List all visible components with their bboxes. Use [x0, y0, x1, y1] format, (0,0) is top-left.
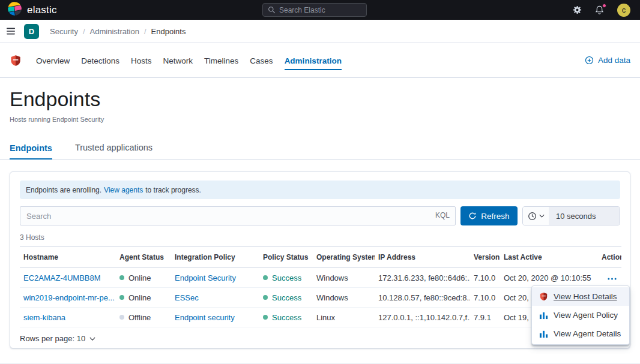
- refresh-interval-button[interactable]: [523, 207, 549, 225]
- nav-tab-detections[interactable]: Detections: [81, 50, 119, 70]
- breadcrumb: Security / Administration / Endpoints: [50, 27, 186, 36]
- interval-label: 10 seconds: [556, 212, 596, 221]
- refresh-interval-control: 10 seconds: [522, 206, 620, 225]
- bottom-divider: [0, 363, 640, 363]
- agent-status-text: Online: [128, 273, 151, 282]
- integration-policy-link[interactable]: Endpoint Security: [175, 273, 236, 282]
- tab-trusted-applications[interactable]: Trusted applications: [75, 143, 152, 159]
- nav-tab-timelines[interactable]: Timelines: [204, 50, 238, 70]
- col-agent-status[interactable]: Agent Status: [116, 247, 171, 268]
- breadcrumb-bar: D Security / Administration / Endpoints: [0, 20, 640, 43]
- notifications-button[interactable]: [595, 5, 604, 14]
- col-hostname[interactable]: Hostname: [20, 247, 116, 268]
- notification-badge: [602, 4, 606, 8]
- security-shield-icon: [539, 292, 549, 301]
- menu-item-label: View Host Details: [554, 292, 617, 301]
- ellipsis-icon: [608, 278, 617, 280]
- endpoints-search-input[interactable]: [20, 206, 456, 225]
- enrolling-callout: Endpoints are enrolling. View agents to …: [20, 181, 620, 199]
- refresh-label: Refresh: [481, 212, 509, 221]
- policy-status-text: Success: [272, 293, 301, 302]
- settings-button[interactable]: [573, 5, 582, 14]
- avatar-initial: c: [622, 5, 626, 14]
- offline-status-dot: [119, 315, 124, 320]
- table-controls: KQL Refresh: [20, 206, 620, 225]
- endpoints-search: KQL: [20, 206, 456, 225]
- hostname-link[interactable]: EC2AMAZ-4UMBB8M: [23, 273, 101, 282]
- chart-bars-icon: [539, 311, 549, 320]
- col-ip-address[interactable]: IP Address: [375, 247, 470, 268]
- nav-tab-administration[interactable]: Administration: [285, 50, 342, 70]
- search-icon: [268, 6, 276, 14]
- hostname-link[interactable]: siem-kibana: [23, 313, 65, 322]
- integration-policy-link[interactable]: Endpoint security: [175, 313, 235, 322]
- refresh-interval-value[interactable]: 10 seconds: [549, 207, 620, 225]
- user-avatar[interactable]: c: [617, 4, 630, 17]
- kql-language-button[interactable]: KQL: [435, 211, 450, 219]
- ip-text: 172.31.6.233, fe80::64d6:...: [378, 273, 470, 282]
- integration-policy-link[interactable]: ESSec: [175, 293, 199, 302]
- global-search[interactable]: [262, 3, 367, 17]
- col-last-active[interactable]: Last Active: [500, 247, 598, 268]
- add-data-label: Add data: [598, 56, 630, 65]
- version-text: 7.9.1: [474, 313, 491, 322]
- clock-icon: [528, 212, 537, 221]
- success-status-dot: [263, 275, 268, 280]
- table-row: EC2AMAZ-4UMBB8M Online Endpoint Security…: [20, 268, 621, 288]
- elastic-logo-icon: [7, 1, 22, 19]
- breadcrumb-administration[interactable]: Administration: [90, 27, 139, 36]
- tab-endpoints[interactable]: Endpoints: [10, 143, 52, 160]
- row-actions-button[interactable]: [606, 275, 618, 282]
- menu-item-label: View Agent Policy: [554, 311, 618, 320]
- success-status-dot: [263, 315, 268, 320]
- hostname-link[interactable]: win2019-endpoint-mr-pe...: [23, 293, 115, 302]
- agent-status-text: Offline: [128, 313, 151, 322]
- nav-tab-overview[interactable]: Overview: [36, 50, 70, 70]
- app-nav-tabs: Overview Detections Hosts Network Timeli…: [36, 50, 342, 70]
- view-agents-link[interactable]: View agents: [104, 186, 143, 194]
- elastic-home-link[interactable]: elastic: [7, 1, 57, 19]
- col-policy-status[interactable]: Policy Status: [259, 247, 313, 268]
- nav-tab-cases[interactable]: Cases: [250, 50, 273, 70]
- rows-per-page-button[interactable]: Rows per page: 10: [20, 334, 95, 343]
- col-integration-policy[interactable]: Integration Policy: [171, 247, 259, 268]
- nav-tab-hosts[interactable]: Hosts: [131, 50, 152, 70]
- os-text: Windows: [316, 273, 348, 282]
- nav-tab-network[interactable]: Network: [163, 50, 193, 70]
- menu-item-view-host-details[interactable]: View Host Details: [532, 287, 629, 306]
- last-active-text: Oct 20, 2020 @ 10:10:55: [504, 273, 591, 282]
- security-endpoints-screen: elastic: [0, 0, 640, 364]
- space-initial: D: [29, 27, 34, 36]
- breadcrumb-security[interactable]: Security: [50, 27, 78, 36]
- version-text: 7.10.0: [474, 293, 495, 302]
- ip-text: 127.0.0.1, ::1,10.142.0.7,f...: [378, 313, 470, 322]
- main-menu-button[interactable]: [6, 26, 16, 36]
- host-count: 3 Hosts: [20, 233, 620, 242]
- version-text: 7.10.0: [474, 273, 495, 282]
- menu-item-view-agent-details[interactable]: View Agent Details: [532, 324, 629, 343]
- space-badge[interactable]: D: [24, 24, 39, 39]
- breadcrumb-endpoints: Endpoints: [151, 27, 186, 36]
- rows-per-page-label: Rows per page: 10: [20, 334, 85, 343]
- global-search-input[interactable]: [279, 6, 361, 14]
- col-actions: Actions: [598, 247, 621, 268]
- col-version[interactable]: Version: [470, 247, 500, 268]
- chevron-down-icon: [89, 337, 95, 341]
- plus-circle-icon: [585, 56, 594, 65]
- col-operating-system[interactable]: Operating System: [313, 247, 375, 268]
- security-shield-logo-icon: [10, 55, 22, 67]
- refresh-button[interactable]: Refresh: [460, 206, 518, 225]
- page-tabs: Endpoints Trusted applications: [0, 139, 640, 160]
- row-actions-menu: View Host Details View Agent Policy Vi: [531, 285, 630, 345]
- menu-item-view-agent-policy[interactable]: View Agent Policy: [532, 306, 629, 324]
- callout-text: to track progress.: [145, 186, 201, 194]
- agent-status-text: Online: [128, 293, 151, 302]
- policy-status-text: Success: [272, 273, 301, 282]
- success-status-dot: [263, 295, 268, 300]
- chart-bars-icon: [539, 329, 549, 338]
- ip-text: 10.128.0.57, fe80::9ced:8...: [378, 293, 470, 302]
- add-data-link[interactable]: Add data: [585, 56, 630, 65]
- menu-item-label: View Agent Details: [554, 329, 621, 338]
- refresh-icon: [468, 212, 477, 220]
- breadcrumb-separator: /: [83, 27, 85, 36]
